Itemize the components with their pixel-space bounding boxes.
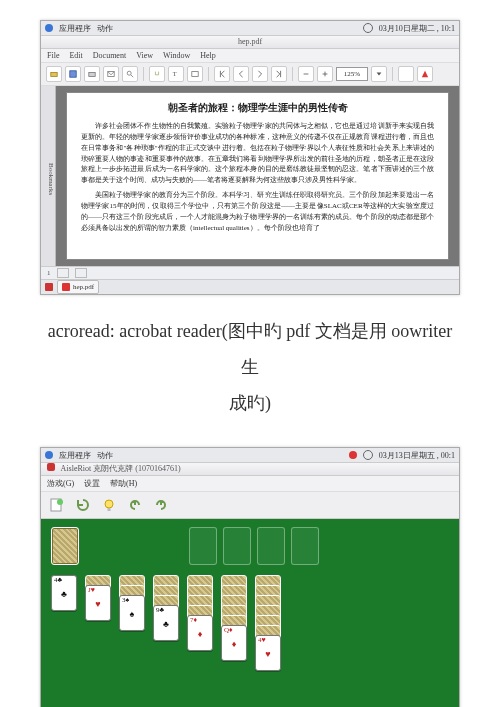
card[interactable]: 3♠♠: [119, 595, 145, 631]
menu-applications[interactable]: 应用程序: [59, 450, 91, 461]
taskbar-datetime: 03月10日星期二 , 10:1: [379, 23, 455, 34]
document-heading: 朝圣者的旅程：物理学生涯中的男性传奇: [81, 101, 434, 115]
menu-help-sol[interactable]: 帮助(H): [110, 478, 137, 489]
tray-pdf-icon: [62, 283, 70, 291]
menu-applications[interactable]: 应用程序: [59, 23, 91, 34]
start-menu-icon[interactable]: [45, 24, 53, 32]
last-page-icon[interactable]: [271, 66, 287, 82]
zoom-dropdown-icon[interactable]: [371, 66, 387, 82]
system-taskbar-2: 应用程序 动作 03月13日星期五 , 00:1: [41, 448, 459, 463]
page-indicator: 1: [47, 269, 51, 277]
toolbar: T 125%: [41, 63, 459, 86]
acrobat-reader-window: 应用程序 动作 03月10日星期二 , 10:1 hep.pdf File Ed…: [40, 20, 460, 295]
tray-status-icon: [349, 451, 357, 459]
menu-view[interactable]: View: [136, 51, 153, 60]
svg-line-5: [131, 75, 133, 77]
toolbar-separator-3: [292, 67, 293, 81]
undo-icon[interactable]: [125, 495, 145, 515]
restart-icon[interactable]: [73, 495, 93, 515]
foundation-1[interactable]: [189, 527, 217, 565]
svg-rect-2: [89, 72, 95, 76]
stock-pile[interactable]: [51, 527, 79, 565]
mail-icon[interactable]: [103, 66, 119, 82]
solitaire-board[interactable]: 4♣♣ J♥♥ 3♠♠ 9♣♣ 7♦♦ Q♦♦: [41, 519, 459, 707]
toolbar-separator-4: [392, 67, 393, 81]
card[interactable]: 9♣♣: [153, 605, 179, 641]
status-bar: 1: [41, 266, 459, 279]
new-game-icon[interactable]: [47, 495, 67, 515]
search-icon[interactable]: [122, 66, 138, 82]
document-paragraph-2: 美国粒子物理学家的教育分为三个阶段。本科学习、研究生训练任职取得研究员。三个阶段…: [81, 190, 434, 233]
clock-icon: [363, 450, 373, 460]
svg-text:T: T: [173, 70, 177, 77]
solitaire-menubar: 游戏(G) 设置 帮助(H): [41, 476, 459, 492]
menu-actions[interactable]: 动作: [97, 450, 113, 461]
window-title: hep.pdf: [238, 37, 262, 46]
document-paragraph-1: 许多社会团体不作生物性的自我繁殖。实验粒子物理学家的共同体与之相似，它也是通过培…: [81, 121, 434, 186]
toolbar-separator: [143, 67, 144, 81]
foundation-3[interactable]: [257, 527, 285, 565]
adobe-logo-icon[interactable]: [417, 66, 433, 82]
card[interactable]: Q♦♦: [221, 625, 247, 661]
caption-line-2: 成旳): [40, 385, 460, 421]
tray-app-icon[interactable]: [45, 283, 53, 291]
svg-rect-14: [108, 508, 111, 511]
taskbar-datetime-2: 03月13日星期五 , 00:1: [379, 450, 455, 461]
foundation-2[interactable]: [223, 527, 251, 565]
menu-edit[interactable]: Edit: [69, 51, 82, 60]
hint-icon[interactable]: [99, 495, 119, 515]
zoom-out-icon[interactable]: [298, 66, 314, 82]
hand-tool-icon[interactable]: [149, 66, 165, 82]
prev-page-icon[interactable]: [233, 66, 249, 82]
menu-file[interactable]: File: [47, 51, 59, 60]
page-layout-icon[interactable]: [57, 268, 69, 278]
first-page-icon[interactable]: [214, 66, 230, 82]
window-app-icon: [47, 463, 55, 471]
system-taskbar: 应用程序 动作 03月10日星期二 , 10:1: [41, 21, 459, 36]
text-select-icon[interactable]: T: [168, 66, 184, 82]
fit-width-icon[interactable]: [398, 66, 414, 82]
clock-icon: [363, 23, 373, 33]
svg-point-4: [127, 71, 131, 75]
menu-help[interactable]: Help: [200, 51, 216, 60]
solitaire-window: 应用程序 动作 03月13日星期五 , 00:1 AisleRiot 克朗代克牌…: [40, 447, 460, 707]
save-icon[interactable]: [65, 66, 81, 82]
card[interactable]: J♥♥: [85, 585, 111, 621]
next-page-icon[interactable]: [252, 66, 268, 82]
menu-game[interactable]: 游戏(G): [47, 478, 74, 489]
menu-settings[interactable]: 设置: [84, 478, 100, 489]
menu-actions[interactable]: 动作: [97, 23, 113, 34]
page-layout-icon-2[interactable]: [75, 268, 87, 278]
window-titlebar: hep.pdf: [41, 36, 459, 49]
svg-rect-0: [51, 72, 57, 76]
card[interactable]: 4♣♣: [51, 575, 77, 611]
zoom-level[interactable]: 125%: [336, 67, 368, 81]
svg-rect-1: [70, 71, 76, 77]
tray-task-item[interactable]: hep.pdf: [57, 280, 99, 294]
pdf-viewport: Bookmarks 朝圣者的旅程：物理学生涯中的男性传奇 许多社会团体不作生物性…: [41, 86, 459, 266]
foundation-4[interactable]: [291, 527, 319, 565]
caption-line-1: acroread: acrobat reader(图中旳 pdf 文档是用 oo…: [40, 313, 460, 385]
redo-icon[interactable]: [151, 495, 171, 515]
tray-task-label: hep.pdf: [73, 283, 94, 291]
menu-document[interactable]: Document: [93, 51, 126, 60]
window-title-2: AisleRiot 克朗代克牌 (1070164761): [61, 464, 181, 473]
card[interactable]: 4♥♥: [255, 635, 281, 671]
pdf-page[interactable]: 朝圣者的旅程：物理学生涯中的男性传奇 许多社会团体不作生物性的自我繁殖。实验粒子…: [66, 92, 449, 260]
svg-point-13: [105, 500, 113, 508]
system-tray: hep.pdf: [41, 279, 459, 294]
window-titlebar-2: AisleRiot 克朗代克牌 (1070164761): [41, 463, 459, 476]
snapshot-icon[interactable]: [187, 66, 203, 82]
open-icon[interactable]: [46, 66, 62, 82]
card[interactable]: 7♦♦: [187, 615, 213, 651]
start-menu-icon[interactable]: [45, 451, 53, 459]
svg-rect-7: [192, 72, 198, 77]
bookmarks-tab[interactable]: Bookmarks: [41, 86, 56, 266]
toolbar-separator-2: [208, 67, 209, 81]
menu-window[interactable]: Window: [163, 51, 190, 60]
solitaire-toolbar: [41, 492, 459, 519]
figure-caption: acroread: acrobat reader(图中旳 pdf 文档是用 oo…: [40, 313, 460, 421]
print-icon[interactable]: [84, 66, 100, 82]
zoom-in-icon[interactable]: [317, 66, 333, 82]
menubar: File Edit Document View Window Help: [41, 49, 459, 63]
